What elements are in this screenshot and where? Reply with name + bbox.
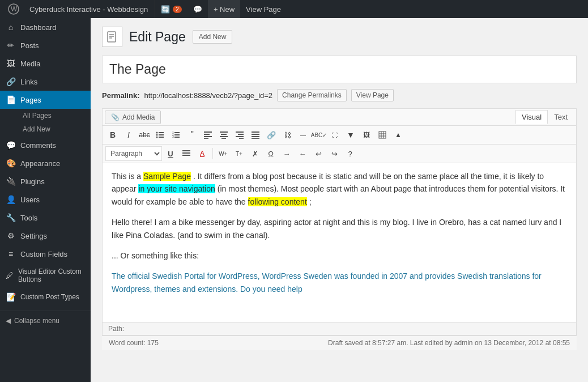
svg-rect-25 [221, 138, 226, 139]
svg-rect-8 [159, 137, 164, 138]
sidebar-item-comments[interactable]: 💬 Comments [0, 136, 91, 154]
page-icon [102, 27, 122, 47]
link-button[interactable]: 🔗 [264, 128, 279, 142]
sidebar-item-media[interactable]: 🖼 Media [0, 54, 91, 73]
char-map-button[interactable]: ▲ [391, 128, 406, 142]
sidebar-item-label: Appearance [20, 159, 60, 168]
updates-badge: 2 [173, 6, 182, 13]
swedish-portal-link[interactable]: The official Swedish Portal for WordPres… [112, 271, 542, 293]
paste-plain-button[interactable]: T+ [232, 146, 246, 161]
ordered-list-button[interactable]: 123 [169, 128, 184, 142]
sidebar-item-label: Comments [20, 141, 56, 150]
strikethrough-button[interactable]: abc [137, 128, 152, 142]
sidebar-item-appearance[interactable]: 🎨 Appearance [0, 154, 91, 172]
justify-text-button[interactable] [179, 146, 194, 161]
svg-rect-14 [174, 137, 180, 138]
sample-page-highlight: Sample Page [143, 172, 191, 181]
view-page-button[interactable]: View Page [351, 89, 394, 101]
add-media-button[interactable]: 📎 Add Media [105, 111, 161, 124]
spellcheck-button[interactable]: ABC✓ [312, 128, 326, 142]
align-left-button[interactable] [201, 128, 215, 142]
text-color-button[interactable]: A [195, 146, 210, 161]
site-name[interactable]: Cyberduck Interactive - Webbdesign [23, 0, 155, 18]
italic-button[interactable]: I [121, 128, 136, 142]
svg-rect-29 [239, 138, 244, 139]
pages-icon: 📄 [6, 95, 16, 104]
outdent-button[interactable]: ← [295, 146, 310, 161]
editor-content[interactable]: This is a Sample Page . It differs from … [103, 163, 576, 322]
post-title-input[interactable] [102, 56, 577, 83]
svg-rect-2 [108, 32, 116, 42]
plugins-icon: 🔌 [6, 177, 16, 186]
sidebar-item-add-new[interactable]: Add New [17, 122, 91, 136]
posts-icon: ✏ [6, 41, 16, 50]
dashboard-icon: ⌂ [6, 23, 16, 32]
indent-button[interactable]: → [279, 146, 294, 161]
fullscreen-button[interactable]: ⛶ [327, 128, 342, 142]
underline-button[interactable]: U [163, 146, 178, 161]
permalink-row: Permalink: http://localhost:8888/vecb2/?… [102, 89, 577, 101]
blockquote-button[interactable]: " [185, 128, 199, 142]
sidebar-item-users[interactable]: 👤 Users [0, 190, 91, 209]
align-center-button[interactable] [216, 128, 231, 142]
visual-tab[interactable]: Visual [515, 110, 548, 124]
svg-rect-30 [252, 131, 259, 133]
redo-button[interactable]: ↪ [327, 146, 342, 161]
svg-rect-24 [220, 136, 228, 137]
all-pages-label: All Pages [23, 112, 52, 120]
insert-more-button[interactable]: — [296, 128, 310, 142]
table-button[interactable] [375, 128, 390, 142]
sidebar-item-links[interactable]: 🔗 Links [0, 73, 91, 91]
following-content-highlight: following content [248, 197, 307, 206]
sidebar-item-all-pages[interactable]: All Pages [17, 109, 91, 122]
media-button[interactable]: 🖼 [359, 128, 374, 142]
view-page-item[interactable]: View Page [240, 0, 287, 18]
collapse-menu[interactable]: ◀ Collapse menu [0, 311, 91, 330]
tools-icon: 🔧 [6, 213, 16, 222]
sidebar-item-visual-editor[interactable]: 🖊 Visual Editor Custom Buttons [0, 263, 91, 288]
special-char-button[interactable]: Ω [263, 146, 278, 161]
editor-toolbar-top: 📎 Add Media Visual Text [103, 109, 576, 126]
permalink-label: Permalink: [102, 91, 139, 100]
toolbar-row-1: B I abc 123 " [103, 126, 576, 145]
sidebar-item-label: Links [20, 78, 37, 86]
updates-item[interactable]: 🔄 2 [155, 0, 188, 18]
sidebar-item-plugins[interactable]: 🔌 Plugins [0, 172, 91, 190]
visual-text-tabs: Visual Text [515, 110, 574, 124]
add-new-button[interactable]: Add New [193, 30, 233, 44]
sidebar-item-pages[interactable]: 📄 Pages [0, 91, 91, 109]
bold-button[interactable]: B [105, 128, 120, 142]
sidebar-item-tools[interactable]: 🔧 Tools [0, 209, 91, 227]
sidebar-item-dashboard[interactable]: ⌂ Dashboard [0, 18, 91, 36]
svg-rect-33 [252, 138, 259, 139]
paste-word-button[interactable]: W+ [216, 146, 231, 161]
paragraph-select[interactable]: Paragraph Heading 1 Heading 2 Heading 3 … [105, 146, 162, 161]
editor-paragraph-2: Hello there! I am a bike messenger by da… [112, 216, 567, 241]
help-button[interactable]: ? [343, 146, 357, 161]
show-hide-button[interactable]: ▼ [343, 128, 358, 142]
sidebar-item-custom-post-types[interactable]: 📝 Custom Post Types [0, 288, 91, 306]
comments-icon: 💬 [6, 141, 16, 150]
new-item[interactable]: + New [208, 0, 240, 18]
align-right-button[interactable] [232, 128, 247, 142]
sidebar: ⌂ Dashboard ✏ Posts 🖼 Media 🔗 Links 📄 Pa… [0, 18, 91, 382]
unlink-button[interactable]: ⛓ [280, 128, 295, 142]
svg-rect-21 [204, 138, 208, 139]
sidebar-item-posts[interactable]: ✏ Posts [0, 36, 91, 54]
sidebar-item-label: Tools [20, 214, 37, 222]
sidebar-item-settings[interactable]: ⚙ Settings [0, 227, 91, 245]
wp-logo[interactable]: W [5, 0, 23, 18]
sidebar-item-label: Users [20, 196, 40, 204]
collapse-arrow-icon: ◀ [6, 317, 11, 325]
justify-button[interactable] [248, 128, 263, 142]
sidebar-item-custom-fields[interactable]: ≡ Custom Fields [0, 245, 91, 263]
clean-button[interactable]: ✗ [248, 146, 262, 161]
comments-item[interactable]: 💬 [188, 0, 208, 18]
undo-button[interactable]: ↩ [311, 146, 326, 161]
unordered-list-button[interactable] [153, 128, 168, 142]
text-tab[interactable]: Text [548, 110, 574, 124]
change-permalinks-button[interactable]: Change Permalinks [277, 89, 347, 101]
settings-icon: ⚙ [6, 231, 16, 240]
svg-rect-13 [174, 134, 180, 135]
svg-rect-7 [159, 134, 164, 135]
